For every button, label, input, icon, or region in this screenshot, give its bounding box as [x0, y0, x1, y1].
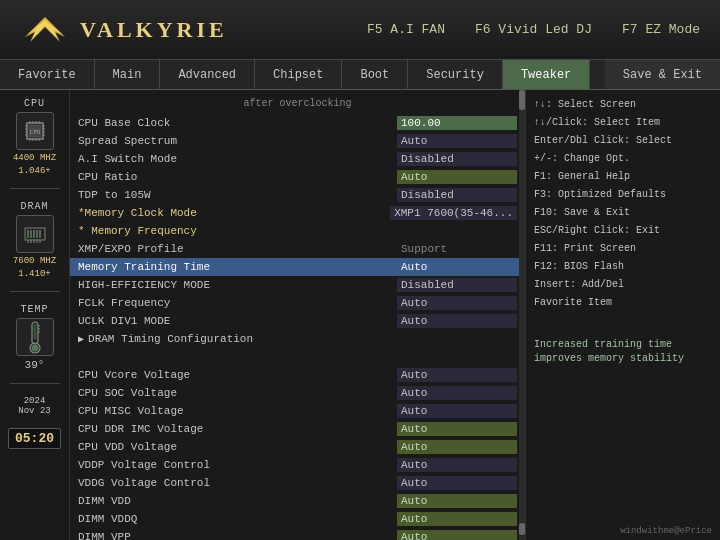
svg-rect-27: [36, 230, 38, 238]
tab-tweaker[interactable]: Tweaker: [503, 60, 590, 89]
help-f3: F3: Optimized Defaults: [534, 188, 712, 202]
f6-btn[interactable]: F6 Vivid Led DJ: [475, 22, 592, 37]
logo-icon: [20, 12, 70, 47]
value-vddp: Auto: [397, 458, 517, 472]
label-uclk: UCLK DIV1 MODE: [78, 315, 397, 327]
logo-text: VALKYRIE: [80, 17, 228, 43]
row-memory-training[interactable]: Memory Training Time Auto: [70, 258, 525, 276]
value-dimm-vdd: Auto: [397, 494, 517, 508]
value-memory-clock-mode: XMP1 7600(35-46...: [390, 206, 517, 220]
value-ai-switch: Disabled: [397, 152, 517, 166]
label-vddg: VDDG Voltage Control: [78, 477, 397, 489]
row-cpu-soc[interactable]: CPU SOC Voltage Auto: [70, 384, 525, 402]
row-uclk[interactable]: UCLK DIV1 MODE Auto: [70, 312, 525, 330]
value-vddg: Auto: [397, 476, 517, 490]
row-spread-spectrum[interactable]: Spread Spectrum Auto: [70, 132, 525, 150]
row-vddp[interactable]: VDDP Voltage Control Auto: [70, 456, 525, 474]
label-dimm-vddq: DIMM VDDQ: [78, 513, 397, 525]
row-fclk[interactable]: FCLK Frequency Auto: [70, 294, 525, 312]
label-spread-spectrum: Spread Spectrum: [78, 135, 397, 147]
main-content: CPU: [0, 90, 720, 540]
value-cpu-misc: Auto: [397, 404, 517, 418]
temp-icon: [16, 318, 54, 356]
svg-point-37: [31, 345, 38, 352]
row-xmp-expo[interactable]: XMP/EXPO Profile Support: [70, 240, 525, 258]
date-value: 2024 Nov 23: [18, 396, 50, 416]
value-xmp-expo: Support: [397, 242, 517, 256]
value-cpu-base-clock: 100.00: [397, 116, 517, 130]
label-memory-training: Memory Training Time: [78, 261, 397, 273]
value-cpu-ddr-imc: Auto: [397, 422, 517, 436]
help-f10: F10: Save & Exit: [534, 206, 712, 220]
time-section: 05:20: [8, 428, 61, 449]
row-dimm-vpp[interactable]: DIMM VPP Auto: [70, 528, 525, 540]
label-dimm-vdd: DIMM VDD: [78, 495, 397, 507]
tab-advanced[interactable]: Advanced: [160, 60, 255, 89]
tab-boot[interactable]: Boot: [342, 60, 408, 89]
row-cpu-vcore[interactable]: CPU Vcore Voltage Auto: [70, 366, 525, 384]
tab-main[interactable]: Main: [95, 60, 161, 89]
tab-chipset[interactable]: Chipset: [255, 60, 342, 89]
scrollbar-thumb[interactable]: [519, 90, 525, 110]
label-dimm-vpp: DIMM VPP: [78, 531, 397, 540]
row-dimm-vdd[interactable]: DIMM VDD Auto: [70, 492, 525, 510]
sidebar-divider-3: [10, 383, 60, 384]
cpu-icon: CPU: [16, 112, 54, 150]
f5-btn[interactable]: F5 A.I FAN: [367, 22, 445, 37]
help-description: Increased training time improves memory …: [534, 338, 712, 366]
row-cpu-ratio[interactable]: CPU Ratio Auto: [70, 168, 525, 186]
row-memory-clock-mode[interactable]: *Memory Clock Mode XMP1 7600(35-46...: [70, 204, 525, 222]
save-exit-btn[interactable]: Save & Exit: [605, 60, 720, 89]
sidebar-divider-2: [10, 291, 60, 292]
row-dimm-vddq[interactable]: DIMM VDDQ Auto: [70, 510, 525, 528]
value-cpu-vdd: Auto: [397, 440, 517, 454]
label-cpu-vdd: CPU VDD Voltage: [78, 441, 397, 453]
f7-btn[interactable]: F7 EZ Mode: [622, 22, 700, 37]
row-cpu-base-clock[interactable]: CPU Base Clock 100.00: [70, 114, 525, 132]
row-high-efficiency[interactable]: HIGH-EFFICIENCY MODE Disabled: [70, 276, 525, 294]
label-memory-clock-mode: *Memory Clock Mode: [78, 207, 390, 219]
value-dimm-vddq: Auto: [397, 512, 517, 526]
arrow-icon: ▶: [78, 333, 84, 345]
value-cpu-soc: Auto: [397, 386, 517, 400]
row-ai-switch[interactable]: A.I Switch Mode Disabled: [70, 150, 525, 168]
value-spread-spectrum: Auto: [397, 134, 517, 148]
label-cpu-ratio: CPU Ratio: [78, 171, 397, 183]
row-dram-timing[interactable]: ▶ DRAM Timing Configuration: [70, 330, 525, 348]
label-cpu-ddr-imc: CPU DDR IMC Voltage: [78, 423, 397, 435]
svg-rect-25: [30, 230, 32, 238]
cpu-section: CPU: [13, 98, 56, 176]
value-memory-training: Auto: [397, 260, 517, 274]
value-fclk: Auto: [397, 296, 517, 310]
row-cpu-vdd[interactable]: CPU VDD Voltage Auto: [70, 438, 525, 456]
scrollbar-track[interactable]: [519, 90, 525, 540]
settings-panel: after overclocking CPU Base Clock 100.00…: [70, 90, 525, 540]
value-cpu-vcore: Auto: [397, 368, 517, 382]
label-ai-switch: A.I Switch Mode: [78, 153, 397, 165]
value-memory-freq: [397, 230, 517, 232]
dram-freq: 7600 MHZ: [13, 256, 56, 266]
label-xmp-expo: XMP/EXPO Profile: [78, 243, 397, 255]
tab-security[interactable]: Security: [408, 60, 503, 89]
row-cpu-ddr-imc[interactable]: CPU DDR IMC Voltage Auto: [70, 420, 525, 438]
label-tdp: TDP to 105W: [78, 189, 397, 201]
dram-section: DRAM 7600 MHZ 1.410+: [13, 201, 56, 279]
help-favorite: Favorite Item: [534, 296, 712, 310]
tab-favorite[interactable]: Favorite: [0, 60, 95, 89]
svg-text:CPU: CPU: [29, 128, 40, 135]
label-cpu-misc: CPU MISC Voltage: [78, 405, 397, 417]
row-tdp[interactable]: TDP to 105W Disabled: [70, 186, 525, 204]
row-vddg[interactable]: VDDG Voltage Control Auto: [70, 474, 525, 492]
temp-value: 39°: [25, 359, 45, 371]
scrollbar-thumb-bottom[interactable]: [519, 523, 525, 535]
value-cpu-ratio: Auto: [397, 170, 517, 184]
help-separator: [534, 314, 712, 322]
header-buttons: F5 A.I FAN F6 Vivid Led DJ F7 EZ Mode: [367, 22, 700, 37]
header: VALKYRIE F5 A.I FAN F6 Vivid Led DJ F7 E…: [0, 0, 720, 60]
row-memory-freq[interactable]: * Memory Frequency: [70, 222, 525, 240]
value-uclk: Auto: [397, 314, 517, 328]
label-vddp: VDDP Voltage Control: [78, 459, 397, 471]
row-cpu-misc[interactable]: CPU MISC Voltage Auto: [70, 402, 525, 420]
settings-list[interactable]: after overclocking CPU Base Clock 100.00…: [70, 90, 525, 540]
time-value: 05:20: [8, 428, 61, 449]
